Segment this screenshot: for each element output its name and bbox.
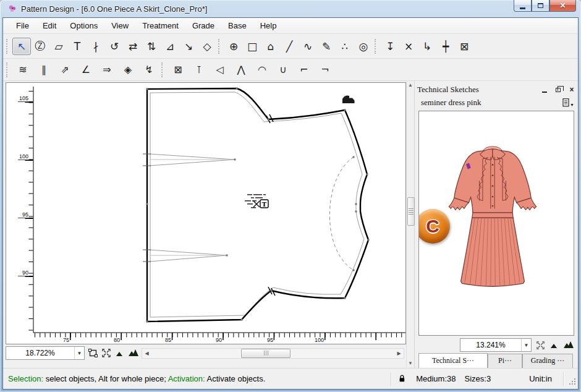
- corner-point-tool-button[interactable]: ↳: [418, 38, 436, 55]
- rectangle-tool-button[interactable]: □: [243, 38, 261, 55]
- fit-view-icon[interactable]: [101, 347, 112, 359]
- panel-minimize-button[interactable]: [540, 85, 549, 94]
- circle-point-tool-button[interactable]: ⊕: [224, 38, 243, 55]
- pentagon-arrow-tool-button[interactable]: ◈: [117, 61, 138, 79]
- menu-grade[interactable]: Grade: [185, 19, 221, 32]
- menu-file[interactable]: File: [9, 19, 36, 32]
- zoom-out-mountain-icon[interactable]: [114, 347, 125, 359]
- hem-tool-button[interactable]: ¬: [315, 61, 336, 79]
- dart-close-tool-button[interactable]: ∪: [273, 61, 294, 79]
- vertical-scrollbar[interactable]: ▲ ▼: [406, 81, 415, 368]
- rotate-tool-button[interactable]: ↺: [105, 38, 124, 55]
- minimize-button[interactable]: [514, 0, 532, 12]
- svg-text:100: 100: [315, 337, 324, 343]
- page-frame-icon[interactable]: [87, 347, 98, 359]
- horizontal-scrollbar[interactable]: ◀ ▶: [142, 348, 404, 359]
- title-bar[interactable]: Pattern Design - [6.0 One Piece A Skirt_…: [2, 0, 579, 17]
- tab-grading[interactable]: Grading ···: [522, 354, 573, 368]
- pattern-canvas[interactable]: 105 100 95 90: [6, 82, 406, 344]
- cross-point-tool-button[interactable]: ×: [399, 38, 418, 55]
- menu-treatment[interactable]: Treatment: [135, 19, 185, 32]
- intersect-point-tool-button[interactable]: ┿: [436, 38, 455, 55]
- resize-grip[interactable]: [569, 378, 577, 388]
- horizontal-ruler: 75 80 85 90 95 100: [33, 333, 405, 343]
- minimize-icon: [520, 7, 525, 9]
- horizontal-scroll-track[interactable]: [151, 349, 394, 358]
- toolbar-grip[interactable]: [6, 39, 10, 54]
- scroll-up-icon[interactable]: ▲: [408, 83, 413, 88]
- toolbar-grip[interactable]: [218, 39, 222, 54]
- parallel-tool-button[interactable]: ∥: [33, 61, 54, 79]
- zoom-in-mountain-icon[interactable]: [128, 347, 139, 359]
- cut-half-tool-button[interactable]: ∤: [87, 38, 105, 55]
- zoom-tool-button[interactable]: Ⓩ: [31, 38, 49, 55]
- connect-curve-tool-button[interactable]: ∴: [336, 38, 354, 55]
- sketch-list-icon[interactable]: ▼: [562, 98, 574, 107]
- canvas-zoom-combobox[interactable]: 18.722% ▼: [6, 346, 85, 360]
- panel-tabs: Technical S··· Pi··· Grading ···: [417, 353, 577, 368]
- toolbar-grip[interactable]: [6, 62, 10, 77]
- zoom-out-mountain-icon[interactable]: [549, 339, 560, 351]
- svg-text:90: 90: [216, 337, 222, 343]
- menu-base[interactable]: Base: [221, 19, 253, 32]
- panel-restore-button[interactable]: [553, 85, 563, 94]
- vertical-ruler: 105 100 95 90: [18, 87, 33, 333]
- trace-tool-button[interactable]: ◇: [198, 38, 216, 55]
- fan-rotate-tool-button[interactable]: ◠: [252, 61, 273, 79]
- close-button[interactable]: ✕: [549, 0, 576, 12]
- angle-arc-tool-button[interactable]: ∠: [75, 61, 96, 79]
- pattern-piece[interactable]: T: [143, 88, 370, 323]
- maximize-button[interactable]: [532, 0, 549, 12]
- close-icon: ×: [569, 85, 574, 94]
- fit-view-icon[interactable]: [535, 339, 546, 351]
- corner-tool-button[interactable]: ⌐: [294, 61, 315, 79]
- zoom-in-mountain-icon[interactable]: [563, 339, 574, 351]
- menu-options[interactable]: Options: [63, 19, 104, 32]
- edit-curve-tool-button[interactable]: ✎: [317, 38, 336, 55]
- sketch-preview[interactable]: C: [418, 111, 574, 336]
- angle-xy-tool-button[interactable]: ⊿: [161, 38, 179, 55]
- frame-point-tool-button[interactable]: ⊠: [455, 38, 473, 55]
- toolbar-grip[interactable]: [161, 62, 165, 77]
- swap-cross-tool-button[interactable]: ↯: [138, 61, 159, 79]
- upper-dart: [150, 154, 235, 166]
- move-points-tool-button[interactable]: ⇒: [96, 61, 117, 79]
- tab-pieces[interactable]: Pi···: [488, 354, 522, 368]
- scroll-down-icon[interactable]: ▼: [408, 361, 413, 366]
- measure-ruler-tool-button[interactable]: ▱: [49, 38, 68, 55]
- text-tool-button[interactable]: T: [68, 38, 87, 55]
- frame-cross-tool-button[interactable]: ⊠: [168, 61, 189, 79]
- chevron-down-icon[interactable]: ▼: [74, 347, 84, 359]
- menu-view[interactable]: View: [104, 19, 135, 32]
- canvas-controls: 18.722% ▼ ◀: [6, 346, 406, 360]
- dart-left-tool-button[interactable]: ◁: [210, 61, 231, 79]
- menu-edit[interactable]: Edit: [36, 19, 63, 32]
- fan-spread-tool-button[interactable]: ⋀: [231, 61, 252, 79]
- horizontal-scroll-thumb[interactable]: [241, 349, 290, 358]
- insert-point-tool-button[interactable]: ↧: [381, 38, 399, 55]
- curve-tool-button[interactable]: ∿: [299, 38, 317, 55]
- toolbar-grip[interactable]: [375, 39, 378, 54]
- panel-close-button[interactable]: ×: [567, 85, 577, 94]
- point-xy-tool-button[interactable]: ↘: [179, 38, 198, 55]
- chevron-down-icon[interactable]: ▼: [521, 339, 531, 351]
- smooth-curve-tool-button[interactable]: ≋: [12, 61, 33, 79]
- vertical-scroll-thumb[interactable]: [407, 197, 415, 226]
- move-diagonal-tool-button[interactable]: ⇗: [54, 61, 75, 79]
- move-y-tool-button[interactable]: ⇅: [142, 38, 161, 55]
- width-measure-tool-button[interactable]: ⊺: [189, 61, 210, 79]
- menu-help[interactable]: Help: [253, 19, 284, 32]
- app-icon: [7, 4, 17, 14]
- polygon-tool-button[interactable]: ⌂: [261, 38, 280, 55]
- scroll-right-icon[interactable]: ▶: [394, 351, 404, 356]
- svg-text:T: T: [262, 201, 267, 208]
- vertical-scroll-track[interactable]: [407, 88, 414, 361]
- scroll-left-icon[interactable]: ◀: [142, 351, 151, 356]
- svg-text:95: 95: [22, 211, 28, 218]
- line-tool-button[interactable]: ╱: [280, 38, 299, 55]
- move-x-tool-button[interactable]: ⇄: [124, 38, 142, 55]
- tab-technical-sketches[interactable]: Technical S···: [418, 353, 488, 368]
- select-tool-button[interactable]: ↖: [12, 38, 31, 55]
- panel-zoom-combobox[interactable]: 13.241% ▼: [460, 338, 532, 352]
- spiral-tool-button[interactable]: ◎: [354, 38, 373, 55]
